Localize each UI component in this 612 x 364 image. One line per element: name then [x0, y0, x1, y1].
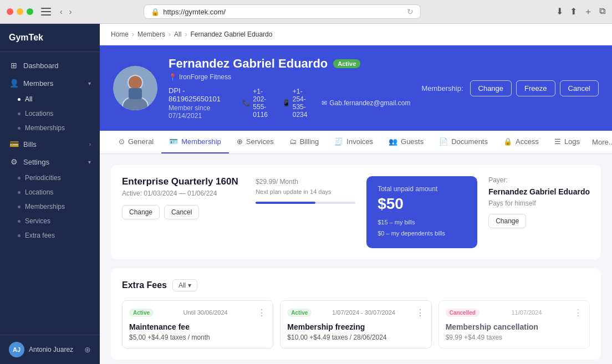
address-bar[interactable]: 🔒 https://gymtek.com/ ↻ — [144, 4, 421, 19]
my-bills-label: – my bills — [390, 219, 415, 225]
membership-info: Enterprise Quarterly 160N Active: 01/03/… — [122, 176, 244, 248]
sidebar-item-bills[interactable]: 💳 Bills › — [0, 135, 100, 153]
profile-gym: 📍 IronForge Fitness — [169, 73, 410, 81]
chevron-down-icon: ▾ — [88, 159, 91, 165]
sidebar-item-services[interactable]: Services — [0, 214, 100, 228]
plan-change-button[interactable]: Change — [122, 205, 160, 219]
sidebar-footer: AJ Antonio Juarez ⊕ — [0, 335, 100, 364]
extra-fees-title: Extra Fees — [122, 280, 167, 290]
fee-more-menu-1[interactable]: ⋮ — [257, 307, 266, 318]
sidebar-item-memberships2[interactable]: Memberships — [0, 199, 100, 214]
fee-badge-2: Active — [287, 309, 312, 317]
plan-cancel-button[interactable]: Cancel — [164, 205, 199, 219]
tab-documents[interactable]: 📄 Documents — [431, 131, 496, 153]
chevron-down-icon: ▾ — [88, 80, 91, 86]
sidebar-nav: ⊞ Dashboard 👤 Members ▾ All Locations — [0, 52, 100, 335]
tab-label-documents: Documents — [451, 137, 488, 146]
user-avatar: AJ — [9, 342, 24, 357]
tab-label-billing: Billing — [300, 137, 319, 146]
breadcrumb-home[interactable]: Home — [111, 30, 129, 38]
tab-more[interactable]: More... › — [588, 131, 612, 153]
location-icon: 📍 — [169, 73, 177, 81]
unpaid-amount: $50 — [378, 195, 466, 213]
billing-icon: 🗂 — [289, 137, 297, 146]
fee-badge-1: Active — [129, 309, 154, 317]
status-badge: Active — [333, 59, 360, 68]
sidebar-label-all: All — [25, 95, 32, 103]
minimize-button[interactable] — [17, 8, 23, 15]
sidebar-item-periodicities[interactable]: Periodicities — [0, 171, 100, 185]
nav-arrows: ‹ › — [58, 6, 74, 17]
tab-logs[interactable]: ☰ Logs — [547, 131, 588, 153]
tab-label-invoices: Invoices — [346, 137, 373, 146]
breadcrumb-all[interactable]: All — [174, 30, 181, 38]
sidebar-item-memberships[interactable]: Memberships — [0, 121, 100, 135]
tab-guests[interactable]: 👥 Guests — [381, 131, 431, 153]
fee-more-menu-2[interactable]: ⋮ — [416, 307, 425, 318]
unpaid-breakdown: $15 – my bills $0 – my dependents bills — [378, 217, 466, 239]
tab-access[interactable]: 🔒 Access — [496, 131, 547, 153]
fee-more-menu-3[interactable]: ⋮ — [574, 307, 583, 318]
dot-icon — [18, 112, 21, 115]
gym-name: IronForge Fitness — [179, 73, 231, 81]
sidebar-label-locations2: Locations — [25, 188, 53, 196]
close-button[interactable] — [7, 8, 13, 15]
sidebar-item-locations[interactable]: Locations — [0, 106, 100, 121]
fee-date-1: Until 30/06/2024 — [183, 309, 228, 316]
sidebar: GymTek ⊞ Dashboard 👤 Members ▾ All Locat… — [0, 24, 100, 364]
tab-billing[interactable]: 🗂 Billing — [282, 131, 327, 153]
back-button[interactable]: ‹ — [58, 6, 65, 17]
email-icon: ✉ — [322, 99, 327, 107]
phone1-icon: 📞 — [242, 99, 251, 107]
tab-label-general: General — [128, 137, 154, 146]
contact-email: ✉ Gab.fernandez@gmail.com — [322, 99, 410, 107]
more-label: More... — [592, 138, 612, 146]
dot-icon — [18, 191, 21, 194]
sidebar-item-dashboard[interactable]: ⊞ Dashboard — [0, 57, 100, 74]
sidebar-item-settings[interactable]: ⚙ Settings ▾ — [0, 153, 100, 171]
share-icon[interactable]: ⬆ — [570, 6, 577, 18]
tab-membership[interactable]: 🪪 Membership — [161, 131, 229, 153]
cancel-membership-button[interactable]: Cancel — [560, 80, 599, 96]
sidebar-label-dashboard: Dashboard — [23, 61, 91, 70]
plan-dates: Active: 01/03/2024 — 01/06/224 — [122, 189, 244, 197]
tabs-bar: ⊙ General 🪪 Membership ⊕ Services 🗂 Bill… — [100, 131, 612, 154]
sidebar-label-bills: Bills — [23, 140, 85, 148]
tab-label-logs: Logs — [564, 137, 580, 146]
breadcrumb-sep: › — [185, 30, 187, 38]
change-membership-button[interactable]: Change — [470, 80, 512, 96]
tab-general[interactable]: ⊙ General — [111, 131, 161, 153]
extra-fees-header: Extra Fees All ▾ — [122, 279, 590, 291]
sidebar-item-locations2[interactable]: Locations — [0, 185, 100, 199]
profile-actions: Membership: Change Freeze Cancel — [421, 80, 599, 96]
sidebar-item-extra-fees[interactable]: Extra fees — [0, 228, 100, 243]
forward-button[interactable]: › — [67, 6, 74, 17]
documents-icon: 📄 — [439, 137, 448, 146]
download-icon[interactable]: ⬇ — [556, 6, 563, 18]
fee-card-1: Active Until 30/06/2024 ⋮ Maintenance fe… — [122, 300, 273, 348]
sidebar-toggle[interactable] — [41, 8, 51, 16]
breadcrumb-members[interactable]: Members — [137, 30, 165, 38]
logout-icon[interactable]: ⊕ — [84, 345, 91, 354]
member-since: Member since 07/14/2021 — [169, 104, 225, 120]
fee-price-1: $5,00 +$4.49 taxes / month — [129, 334, 266, 341]
reload-icon[interactable]: ↻ — [407, 7, 414, 16]
new-tab-icon[interactable]: ＋ — [584, 6, 593, 18]
payer-change-button[interactable]: Change — [488, 214, 526, 228]
tab-services[interactable]: ⊕ Services — [229, 131, 282, 153]
tab-label-membership: Membership — [181, 137, 221, 146]
tabs-icon[interactable]: ⧉ — [599, 6, 605, 18]
sidebar-item-all[interactable]: All — [0, 92, 100, 106]
freeze-membership-button[interactable]: Freeze — [516, 80, 555, 96]
dependents-amount: $0 — [378, 230, 384, 237]
svg-point-3 — [129, 76, 142, 89]
tab-invoices[interactable]: 🧾 Invoices — [327, 131, 381, 153]
payer-name: Fernandez Gabriel Eduardo — [488, 187, 590, 196]
logs-icon: ☰ — [554, 137, 561, 146]
sidebar-item-members[interactable]: 👤 Members ▾ — [0, 74, 100, 92]
membership-action-buttons: Change Cancel — [122, 205, 244, 219]
fees-filter-all[interactable]: All ▾ — [172, 279, 197, 291]
sidebar-label-members: Members — [23, 79, 84, 88]
breadcrumb: Home › Members › All › Fernandez Gabriel… — [100, 24, 612, 45]
maximize-button[interactable] — [27, 8, 33, 15]
